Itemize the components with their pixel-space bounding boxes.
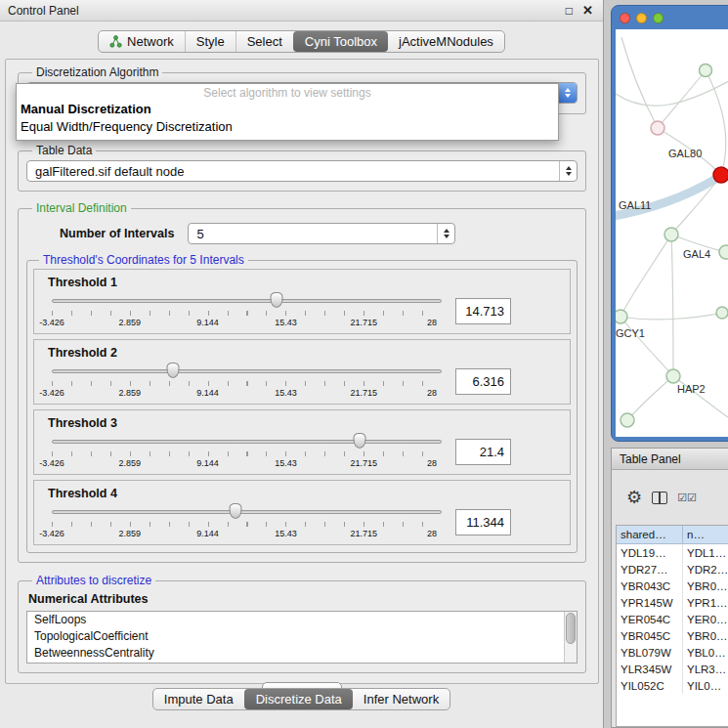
tab-cyni-toolbox[interactable]: Cyni Toolbox xyxy=(293,31,388,52)
tab-discretize-label: Discretize Data xyxy=(256,692,342,707)
network-node[interactable] xyxy=(719,245,728,259)
network-node[interactable] xyxy=(716,307,728,319)
table-row[interactable]: YPR145WYPR1… xyxy=(617,594,728,611)
threshold-3-slider[interactable]: -3.426 2.859 9.144 15.43 21.715 28 xyxy=(52,432,442,471)
threshold-3-value-field[interactable]: 21.4 xyxy=(455,439,511,465)
network-edge xyxy=(658,70,706,128)
network-edge xyxy=(621,311,728,320)
node-label-gal80: GAL80 xyxy=(668,148,702,159)
select-columns-checkbox-icons[interactable]: ☑☑ xyxy=(677,492,697,504)
table-header-row: shared… n… xyxy=(617,526,728,544)
threshold-1-slider[interactable]: -3.426 2.859 9.144 15.43 21.715 28 xyxy=(52,291,442,330)
zoom-traffic-icon[interactable] xyxy=(653,13,664,23)
threshold-2-slider[interactable]: -3.426 2.859 9.144 15.43 21.715 28 xyxy=(52,362,442,401)
slider-thumb[interactable] xyxy=(354,433,366,449)
slider-thumb[interactable] xyxy=(166,363,179,378)
table-row[interactable]: YBR045CYBR0… xyxy=(617,627,728,644)
table-row[interactable]: YBR043CYBR0… xyxy=(617,578,728,594)
column-header-shared-name[interactable]: shared… xyxy=(617,526,683,544)
table-row[interactable]: YDL19…YDL1… xyxy=(617,544,728,561)
network-node[interactable] xyxy=(616,310,627,323)
network-view-window: GAL80 GAL11 GAL4 GCY1 HAP2 xyxy=(611,5,728,442)
network-canvas[interactable]: GAL80 GAL11 GAL4 GCY1 HAP2 xyxy=(616,29,728,437)
interval-definition-group-title: Interval Definition xyxy=(32,201,131,215)
network-node[interactable] xyxy=(666,369,680,383)
node-label-gal11: GAL11 xyxy=(619,199,651,211)
close-traffic-icon[interactable] xyxy=(620,13,630,23)
threshold-4-slider[interactable]: -3.426 2.859 9.144 15.43 21.715 28 xyxy=(52,502,442,541)
network-node[interactable] xyxy=(621,413,634,427)
dropdown-option-equal-width-frequency[interactable]: Equal Width/Frequency Discretization xyxy=(17,118,558,136)
tab-impute-data[interactable]: Impute Data xyxy=(153,689,244,709)
vertical-scrollbar[interactable] xyxy=(564,612,577,663)
dropdown-option-manual-discretization[interactable]: Manual Discretization xyxy=(17,101,558,118)
slider-track[interactable] xyxy=(52,440,442,444)
combobox-stepper-icon[interactable] xyxy=(437,224,454,243)
minimize-traffic-icon[interactable] xyxy=(636,13,647,23)
table-row[interactable]: YLR345WYLR3… xyxy=(617,661,728,677)
network-node-highlighted[interactable] xyxy=(713,167,728,183)
threshold-1-value-field[interactable]: 14.713 xyxy=(455,298,511,324)
up-arrow-icon xyxy=(566,166,572,170)
scale-label: -3.426 xyxy=(39,388,64,398)
network-node[interactable] xyxy=(651,121,664,135)
float-window-icon[interactable]: □ xyxy=(566,4,573,18)
slider-ticks xyxy=(52,311,442,316)
gear-icon[interactable]: ⚙ xyxy=(626,489,642,506)
scale-label: 15.43 xyxy=(275,388,297,398)
slider-thumb[interactable] xyxy=(271,292,283,308)
scale-label: 2.859 xyxy=(119,529,142,538)
tab-discretize-data[interactable]: Discretize Data xyxy=(244,689,353,709)
network-node[interactable] xyxy=(664,228,678,241)
threshold-4-label: Threshold 4 xyxy=(48,487,511,500)
tab-jactivemodules[interactable]: jActiveMNodules xyxy=(388,31,504,52)
table-cell: YLR345W xyxy=(617,661,683,677)
list-item[interactable]: BetweennessCentrality xyxy=(27,645,564,662)
dropdown-hint-item[interactable]: Select algorithm to view settings xyxy=(17,84,558,101)
scale-label: 15.43 xyxy=(275,529,297,538)
threshold-4-value-field[interactable]: 11.344 xyxy=(455,509,511,535)
slider-track[interactable] xyxy=(52,510,442,514)
scale-label: 21.715 xyxy=(350,529,377,538)
table-cell: YPR1… xyxy=(683,594,728,611)
table-row[interactable]: YBL079WYBL0… xyxy=(617,644,728,661)
network-edge xyxy=(616,178,717,217)
list-item[interactable]: TopologicalCoefficient xyxy=(27,628,564,645)
table-row[interactable]: YIL052CYIL0… xyxy=(617,677,728,694)
table-row[interactable]: YDR27…YDR2… xyxy=(617,561,728,578)
tab-select[interactable]: Select xyxy=(236,31,293,52)
slider-track[interactable] xyxy=(52,299,442,303)
network-node[interactable] xyxy=(700,64,712,77)
network-tab-icon xyxy=(109,35,122,48)
attributes-to-discretize-group: Attributes to discretize Numerical Attri… xyxy=(18,574,586,673)
table-row[interactable]: YER054CYER0… xyxy=(617,611,728,627)
number-of-intervals-combobox[interactable]: 5 xyxy=(188,223,455,244)
threshold-2-value-field[interactable]: 6.316 xyxy=(455,368,511,395)
scale-label: 2.859 xyxy=(119,388,142,398)
cyni-toolbox-panel: Discretization Algorithm Select algorith… xyxy=(5,59,599,684)
threshold-2-label: Threshold 2 xyxy=(48,346,511,360)
table-cell: YDR2… xyxy=(683,561,728,578)
slider-scale: -3.426 2.859 9.144 15.43 21.715 28 xyxy=(52,388,442,399)
scale-label: 21.715 xyxy=(350,458,377,468)
columns-icon[interactable] xyxy=(652,492,667,504)
table-panel: Table Panel ⚙ ☑☑ shared… n… YDL19…YDL1… … xyxy=(611,448,728,728)
scrollbar-thumb[interactable] xyxy=(566,613,576,644)
combobox-stepper-icon[interactable] xyxy=(559,83,577,103)
tab-infer-network[interactable]: Infer Network xyxy=(353,689,450,709)
slider-thumb[interactable] xyxy=(229,503,241,519)
tab-network[interactable]: Network xyxy=(99,31,185,52)
slider-ticks xyxy=(52,522,442,527)
column-header-name[interactable]: n… xyxy=(683,526,728,544)
table-data-combobox[interactable]: galFiltered.sif default node xyxy=(26,160,578,182)
table-cell: YBR0… xyxy=(683,627,728,644)
slider-track[interactable] xyxy=(52,369,442,373)
tab-style[interactable]: Style xyxy=(185,31,236,52)
threshold-3-label: Threshold 3 xyxy=(48,416,511,430)
list-item[interactable]: SelfLoops xyxy=(27,612,564,628)
close-icon[interactable]: ✕ xyxy=(582,3,593,18)
scale-label: -3.426 xyxy=(39,529,64,538)
down-arrow-icon xyxy=(565,94,571,98)
tab-cyni-label: Cyni Toolbox xyxy=(305,34,377,49)
combobox-stepper-icon[interactable] xyxy=(559,161,577,181)
